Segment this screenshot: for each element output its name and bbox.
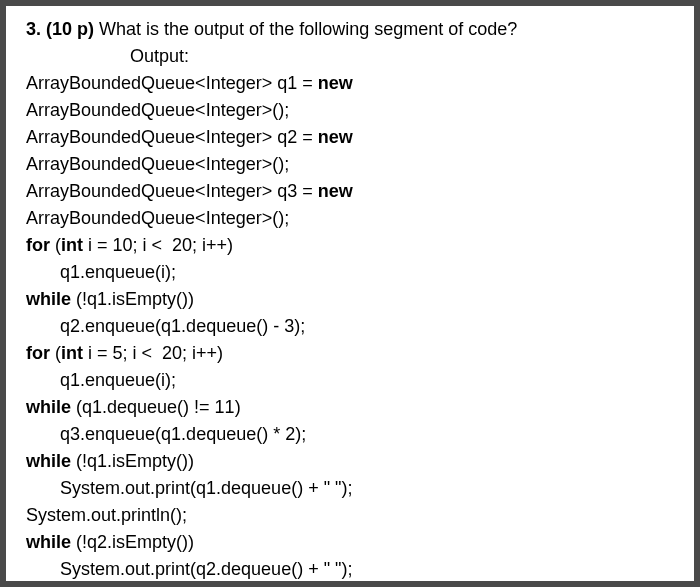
code-text: (q1.dequeue() != 11) (71, 397, 241, 417)
code-line: for (int i = 5; i < 20; i++) (26, 340, 682, 367)
code-line: ArrayBoundedQueue<Integer> q3 = new (26, 178, 682, 205)
keyword-while: while (26, 397, 71, 417)
code-line: while (!q1.isEmpty()) (26, 286, 682, 313)
code-line: ArrayBoundedQueue<Integer> q1 = new (26, 70, 682, 97)
code-line: while (!q2.isEmpty()) (26, 529, 682, 556)
code-line: System.out.println(); (26, 502, 682, 529)
code-text: ( (50, 343, 61, 363)
code-line: q2.enqueue(q1.dequeue() - 3); (26, 313, 682, 340)
keyword-for: for (26, 343, 50, 363)
page: 3. (10 p) What is the output of the foll… (6, 6, 694, 581)
keyword-while: while (26, 532, 71, 552)
code-line: while (!q1.isEmpty()) (26, 448, 682, 475)
code-line: q1.enqueue(i); (26, 367, 682, 394)
code-text: i = 10; i < 20; i++) (83, 235, 233, 255)
question-line: 3. (10 p) What is the output of the foll… (26, 16, 682, 43)
code-text: ArrayBoundedQueue<Integer> q3 = (26, 181, 318, 201)
keyword-new: new (318, 127, 353, 147)
code-line: q1.enqueue(i); (26, 259, 682, 286)
code-line: for (int i = 10; i < 20; i++) (26, 232, 682, 259)
question-prompt: What is the output of the following segm… (99, 19, 517, 39)
question-number: 3. (10 p) (26, 19, 99, 39)
code-line: System.out.println(); (26, 583, 682, 587)
output-label: Output: (26, 43, 682, 70)
keyword-new: new (318, 181, 353, 201)
code-text: ArrayBoundedQueue<Integer> q2 = (26, 127, 318, 147)
code-text: (!q2.isEmpty()) (71, 532, 194, 552)
code-line: ArrayBoundedQueue<Integer> q2 = new (26, 124, 682, 151)
keyword-new: new (318, 73, 353, 93)
keyword-for: for (26, 235, 50, 255)
code-text: i = 5; i < 20; i++) (83, 343, 223, 363)
code-line: ArrayBoundedQueue<Integer>(); (26, 151, 682, 178)
code-line: System.out.print(q1.dequeue() + " "); (26, 475, 682, 502)
code-line: while (q1.dequeue() != 11) (26, 394, 682, 421)
code-text: ArrayBoundedQueue<Integer> q1 = (26, 73, 318, 93)
code-text: ( (50, 235, 61, 255)
code-line: System.out.print(q2.dequeue() + " "); (26, 556, 682, 583)
keyword-while: while (26, 289, 71, 309)
code-text: (!q1.isEmpty()) (71, 289, 194, 309)
code-text: (!q1.isEmpty()) (71, 451, 194, 471)
keyword-int: int (61, 235, 83, 255)
code-line: ArrayBoundedQueue<Integer>(); (26, 205, 682, 232)
code-line: ArrayBoundedQueue<Integer>(); (26, 97, 682, 124)
keyword-while: while (26, 451, 71, 471)
code-line: q3.enqueue(q1.dequeue() * 2); (26, 421, 682, 448)
keyword-int: int (61, 343, 83, 363)
